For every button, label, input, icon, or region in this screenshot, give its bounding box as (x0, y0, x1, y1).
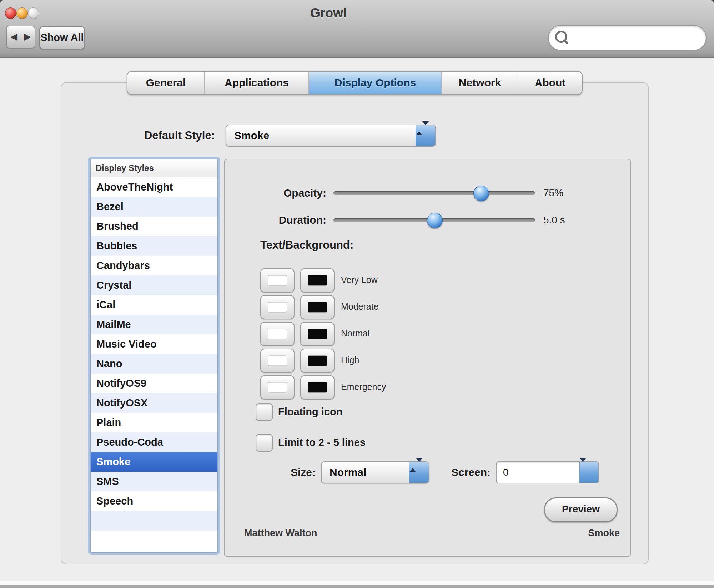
background-color-swatch (308, 329, 327, 339)
background-color-well[interactable] (300, 295, 335, 319)
text-color-well[interactable] (260, 375, 295, 400)
screen-combo[interactable]: 0 (496, 461, 599, 483)
priority-label: Emergency (341, 375, 386, 398)
background-color-well[interactable] (300, 349, 335, 373)
size-label: Size: (246, 461, 316, 483)
search-icon (555, 31, 567, 43)
screen-label: Screen: (433, 461, 491, 483)
default-style-popup[interactable]: Smoke (226, 125, 436, 147)
style-row-nano[interactable]: Nano (91, 354, 217, 374)
slider-label: Opacity: (225, 185, 326, 201)
preference-tabs: GeneralApplicationsDisplay OptionsNetwor… (127, 71, 583, 95)
style-row-empty (91, 511, 217, 531)
style-row-bubbles[interactable]: Bubbles (91, 236, 217, 256)
tb-row-normal: Normal (225, 322, 630, 345)
checkbox-label: Limit to 2 - 5 lines (278, 434, 366, 451)
popup-arrows-icon (416, 125, 435, 146)
tab-applications[interactable]: Applications (204, 72, 308, 94)
style-row-plain[interactable]: Plain (91, 413, 217, 432)
style-row-empty (91, 531, 217, 550)
slider-label: Duration: (225, 212, 326, 228)
checkbox-row-floating-icon: Floating icon (225, 403, 630, 420)
tb-row-emergency: Emergency (225, 375, 630, 398)
size-popup[interactable]: Normal (321, 461, 429, 483)
background-color-swatch (308, 356, 327, 366)
checkbox-label: Floating icon (278, 403, 342, 420)
style-row-notifyosx[interactable]: NotifyOSX (91, 393, 217, 413)
display-options-pane: GeneralApplicationsDisplay OptionsNetwor… (61, 82, 649, 564)
slider-row-duration: Duration:5.0 s (225, 212, 630, 228)
growl-preferences-window: Growl ◀ ▶ Show All GeneralApplicationsDi… (0, 0, 714, 588)
priority-label: Moderate (341, 295, 379, 318)
slider-thumb[interactable] (427, 213, 443, 228)
style-row-mailme[interactable]: MailMe (91, 315, 217, 334)
display-styles-rows: AboveTheNightBezelBrushedBubblesCandybar… (91, 177, 217, 550)
style-row-sms[interactable]: SMS (91, 472, 217, 491)
checkbox[interactable] (256, 434, 273, 452)
style-name-label: Smoke (531, 528, 620, 539)
text-background-label: Text/Background: (260, 239, 353, 252)
priority-label: Very Low (341, 268, 378, 291)
zoom-button[interactable] (28, 7, 39, 19)
text-color-swatch (268, 329, 287, 339)
text-color-well[interactable] (260, 349, 295, 373)
style-row-bezel[interactable]: Bezel (91, 197, 217, 217)
style-row-notifyos9[interactable]: NotifyOS9 (91, 374, 217, 393)
tab-about[interactable]: About (518, 72, 582, 94)
size-value: Normal (330, 462, 366, 483)
tab-general[interactable]: General (127, 72, 204, 94)
text-color-well[interactable] (260, 322, 295, 346)
checkbox[interactable] (256, 403, 273, 421)
slider-thumb[interactable] (473, 186, 489, 201)
style-row-crystal[interactable]: Crystal (91, 275, 217, 295)
style-row-brushed[interactable]: Brushed (91, 217, 217, 236)
search-field[interactable] (548, 25, 707, 51)
text-color-swatch (268, 275, 287, 286)
background-color-well[interactable] (300, 375, 335, 400)
screen-value: 0 (503, 462, 509, 483)
style-row-pseudo-coda[interactable]: Pseudo-Coda (91, 432, 217, 452)
style-row-music-video[interactable]: Music Video (91, 334, 217, 354)
style-row-candybars[interactable]: Candybars (91, 256, 217, 275)
display-styles-list: Display Styles AboveTheNightBezelBrushed… (90, 159, 218, 553)
minimize-button[interactable] (16, 7, 28, 19)
priority-label: Normal (341, 322, 370, 345)
popup-arrows-icon (409, 462, 429, 483)
text-color-well[interactable] (260, 295, 295, 319)
back-icon: ◀ (10, 31, 17, 42)
background-color-swatch (308, 302, 327, 313)
back-button[interactable]: ◀ (6, 26, 22, 49)
close-button[interactable] (5, 7, 16, 19)
priority-label: High (341, 349, 359, 371)
preview-button[interactable]: Preview (544, 497, 618, 522)
slider-value: 75% (543, 185, 563, 201)
slider-row-opacity: Opacity:75% (225, 185, 630, 201)
window-title: Growl (310, 6, 347, 21)
search-input[interactable] (570, 29, 700, 46)
slider-value: 5.0 s (543, 212, 565, 228)
window-bottom-border (0, 585, 714, 588)
background-color-well[interactable] (300, 268, 335, 293)
background-color-swatch (308, 382, 327, 393)
text-color-swatch (268, 302, 287, 313)
display-styles-header: Display Styles (91, 159, 217, 177)
slider-track[interactable] (333, 191, 535, 195)
show-all-button[interactable]: Show All (39, 26, 85, 50)
tab-display-options[interactable]: Display Options (308, 72, 441, 94)
style-row-smoke[interactable]: Smoke (91, 452, 217, 472)
window-bottom-edge (0, 581, 714, 585)
style-author: Matthew Walton (244, 528, 317, 539)
forward-icon: ▶ (24, 31, 31, 42)
tb-row-moderate: Moderate (225, 295, 630, 318)
window-toolbar: Growl ◀ ▶ Show All (0, 0, 714, 58)
text-color-well[interactable] (260, 268, 295, 293)
combo-dropdown-icon[interactable] (579, 462, 598, 483)
tab-network[interactable]: Network (441, 72, 518, 94)
forward-button[interactable]: ▶ (20, 26, 35, 49)
background-color-well[interactable] (300, 322, 335, 346)
default-style-label: Default Style: (97, 125, 215, 147)
size-screen-row: Size: Normal Screen: 0 (225, 461, 630, 484)
style-row-abovethenight[interactable]: AboveTheNight (91, 177, 217, 197)
style-row-ical[interactable]: iCal (91, 295, 217, 315)
style-row-speech[interactable]: Speech (91, 491, 217, 511)
